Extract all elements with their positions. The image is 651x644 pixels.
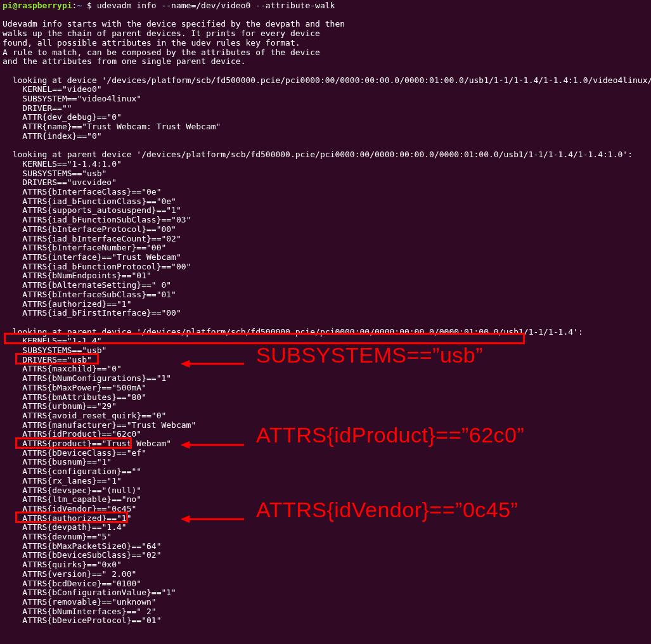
attr-line: SUBSYSTEM=="video4linux" xyxy=(3,94,141,103)
output-line: walks up the chain of parent devices. It… xyxy=(3,29,320,38)
attr-line: ATTRS{authorized}=="1" xyxy=(3,299,132,309)
attr-line: ATTRS{manufacturer}=="Trust Webcam" xyxy=(3,420,196,430)
attr-line: ATTRS{bmAttributes}=="80" xyxy=(3,392,146,402)
attr-line: ATTRS{bInterfaceNumber}=="00" xyxy=(3,243,166,252)
attr-line: ATTRS{removable}=="unknown" xyxy=(3,597,157,607)
attr-line: ATTRS{supports_autosuspend}=="1" xyxy=(3,205,181,215)
attr-line: ATTRS{interface}=="Trust Webcam" xyxy=(3,252,181,262)
attr-line: ATTRS{authorized}=="1" xyxy=(3,513,132,523)
attr-line: ATTRS{iad_bFunctionProtocol}=="00" xyxy=(3,262,191,271)
attr-line: ATTRS{configuration}=="" xyxy=(3,467,141,476)
attr-line: DRIVERS=="uvcvideo" xyxy=(3,177,117,187)
attr-line: ATTRS{bNumConfigurations}=="1" xyxy=(3,373,171,383)
attr-line: ATTRS{bDeviceSubClass}=="02" xyxy=(3,550,161,560)
attr-line: ATTRS{devspec}=="(null)" xyxy=(3,486,141,495)
output-line: Udevadm info starts with the device spec… xyxy=(3,19,345,29)
attr-line: KERNELS=="1-1.4" xyxy=(3,336,102,345)
attr-line: DRIVERS=="usb" xyxy=(3,355,92,364)
attr-line: ATTRS{bDeviceProtocol}=="01" xyxy=(3,615,161,625)
attr-line: ATTRS{product}=="Trust Webcam" xyxy=(3,439,171,448)
prompt-user-host: pi@raspberrypi xyxy=(3,1,72,10)
block2-header: looking at parent device '/devices/platf… xyxy=(3,150,633,159)
attr-line: ATTRS{bInterfaceClass}=="0e" xyxy=(3,187,161,196)
attr-line: ATTR{index}=="0" xyxy=(3,131,102,141)
attr-line: ATTRS{iad_bFunctionClass}=="0e" xyxy=(3,196,176,206)
block1-header: looking at device '/devices/platform/scb… xyxy=(3,75,651,85)
attr-line: ATTR{dev_debug}=="0" xyxy=(3,112,122,122)
attr-line: ATTRS{bDeviceClass}=="ef" xyxy=(3,448,146,458)
attr-line: ATTRS{bNumEndpoints}=="01" xyxy=(3,271,151,280)
attr-line: ATTRS{quirks}=="0x0" xyxy=(3,560,122,569)
attr-line: ATTRS{devnum}=="5" xyxy=(3,532,112,541)
attr-line: ATTRS{devpath}=="1.4" xyxy=(3,522,127,532)
attr-line: ATTRS{idProduct}=="62c0" xyxy=(3,429,141,439)
attr-line: ATTRS{ltm_capable}=="no" xyxy=(3,494,141,504)
attr-line: ATTRS{avoid_reset_quirk}=="0" xyxy=(3,411,166,420)
attr-line: ATTRS{iad_bFirstInterface}=="00" xyxy=(3,308,181,318)
attr-line: KERNEL=="video0" xyxy=(3,84,102,94)
output-line: and the attributes from one single paren… xyxy=(3,56,246,66)
attr-line: ATTRS{rx_lanes}=="1" xyxy=(3,476,122,486)
attr-line: ATTRS{iad_bInterfaceCount}=="02" xyxy=(3,234,181,243)
output-line: found, all possible attributes in the ud… xyxy=(3,38,300,48)
attr-line: ATTRS{bcdDevice}=="0100" xyxy=(3,579,141,588)
attr-line: DRIVER=="" xyxy=(3,103,72,113)
attr-line: ATTRS{urbnum}=="29" xyxy=(3,401,117,411)
attr-line: ATTRS{bAlternateSetting}==" 0" xyxy=(3,280,171,290)
prompt-dollar: $ xyxy=(82,1,96,10)
attr-line: ATTRS{busnum}=="1" xyxy=(3,457,112,467)
attr-line: ATTRS{version}==" 2.00" xyxy=(3,569,136,579)
block3-header: looking at parent device '/devices/platf… xyxy=(3,327,583,337)
attr-line: KERNELS=="1-1.4:1.0" xyxy=(3,159,122,169)
attr-line: ATTRS{bMaxPower}=="500mA" xyxy=(3,383,146,392)
attr-line: ATTRS{bNumInterfaces}==" 2" xyxy=(3,607,157,616)
attr-line: ATTR{name}=="Trust Webcam: Trust Webcam" xyxy=(3,122,221,131)
attr-line: SUBSYSTEMS=="usb" xyxy=(3,345,106,355)
attr-line: ATTRS{maxchild}=="0" xyxy=(3,364,122,373)
attr-line: ATTRS{iad_bFunctionSubClass}=="03" xyxy=(3,215,191,224)
attr-line: ATTRS{idVendor}=="0c45" xyxy=(3,504,136,513)
attr-line: ATTRS{bMaxPacketSize0}=="64" xyxy=(3,541,161,551)
attr-line: SUBSYSTEMS=="usb" xyxy=(3,169,106,178)
command-text: udevadm info --name=/dev/video0 --attrib… xyxy=(97,1,335,10)
attr-line: ATTRS{bInterfaceProtocol}=="00" xyxy=(3,224,176,234)
output-line: A rule to match, can be composed by the … xyxy=(3,48,320,57)
attr-line: ATTRS{bInterfaceSubClass}=="01" xyxy=(3,290,176,299)
terminal-output[interactable]: pi@raspberrypi:~ $ udevadm info --name=/… xyxy=(0,0,651,627)
attr-line: ATTRS{bConfigurationValue}=="1" xyxy=(3,588,176,597)
